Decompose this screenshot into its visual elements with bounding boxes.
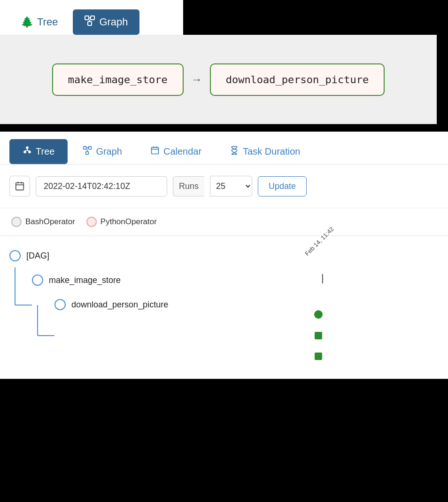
hourglass-icon <box>230 146 239 157</box>
graph-icon <box>84 15 95 29</box>
tree-row-make-image-store: make_image_store <box>9 275 207 286</box>
controls-bar: Runs 25 50 100 Update <box>0 165 448 208</box>
make-image-store-circle[interactable] <box>32 275 43 286</box>
make-image-store-marker <box>315 332 322 339</box>
date-tick-line <box>322 274 323 283</box>
dag-circle[interactable] <box>9 250 21 261</box>
runs-select[interactable]: 25 50 100 <box>210 176 252 196</box>
bottom-graph-tab[interactable]: Graph <box>70 139 135 164</box>
svg-point-8 <box>29 151 31 153</box>
chart-markers <box>207 310 439 360</box>
svg-point-7 <box>24 151 26 153</box>
date-input[interactable] <box>36 176 167 196</box>
svg-rect-1 <box>91 16 94 20</box>
download-person-picture-label: download_person_picture <box>71 300 168 310</box>
make-image-store-label: make_image_store <box>49 275 121 285</box>
bottom-task-duration-tab[interactable]: Task Duration <box>216 139 313 164</box>
top-tree-tab[interactable]: 🌲 Tree <box>9 10 69 34</box>
legend-bar: BashOperator PythonOperator <box>0 208 448 235</box>
svg-rect-0 <box>85 16 89 20</box>
bottom-calendar-tab[interactable]: Calendar <box>137 139 215 164</box>
tree-area: [DAG] make_image_store download_person_p… <box>0 236 448 379</box>
section-separator <box>0 124 448 132</box>
top-tab-bar: 🌲 Tree Graph <box>9 9 174 35</box>
tree-chart-area: Feb 14, 11:42 <box>207 250 439 360</box>
dag-node-make-image-store[interactable]: make_image_store <box>52 63 184 96</box>
make-image-store-square <box>315 332 322 339</box>
bottom-section: Tree Graph <box>0 132 448 379</box>
bash-operator-circle <box>11 217 22 227</box>
download-person-picture-square <box>315 353 322 360</box>
top-graph-tab[interactable]: Graph <box>73 9 139 35</box>
svg-point-5 <box>26 147 29 149</box>
graph-icon-bottom <box>83 146 92 157</box>
graph-area: make_image_store → download_person_pictu… <box>0 35 437 124</box>
svg-line-9 <box>25 150 27 151</box>
bottom-tab-bar: Tree Graph <box>0 132 448 165</box>
calendar-icon-bottom <box>150 146 160 157</box>
tree-labels: [DAG] make_image_store download_person_p… <box>9 250 207 360</box>
svg-rect-11 <box>84 147 86 149</box>
dag-arrow: → <box>191 73 202 86</box>
tree-row-dag: [DAG] <box>9 250 207 261</box>
svg-rect-2 <box>88 22 92 25</box>
svg-rect-12 <box>89 147 92 149</box>
runs-label: Runs <box>173 176 204 196</box>
top-section: 🌲 Tree Graph <box>0 0 183 35</box>
dag-label: [DAG] <box>26 251 49 261</box>
svg-rect-13 <box>86 152 89 155</box>
date-marker-container: Feb 14, 11:42 <box>299 250 346 283</box>
download-person-picture-marker <box>315 353 322 360</box>
svg-rect-20 <box>16 183 24 190</box>
date-picker-icon[interactable] <box>9 176 30 196</box>
python-operator-label: PythonOperator <box>100 217 157 227</box>
svg-line-10 <box>27 150 30 151</box>
svg-rect-16 <box>151 147 158 154</box>
download-person-picture-circle[interactable] <box>54 299 66 310</box>
bash-operator-label: BashOperator <box>25 217 75 227</box>
python-operator-circle <box>86 217 97 227</box>
dag-dot <box>314 310 323 319</box>
bottom-tree-tab[interactable]: Tree <box>9 139 68 164</box>
dag-node-download-person-picture[interactable]: download_person_picture <box>210 63 385 96</box>
tree-icon: 🌲 <box>21 16 33 28</box>
tree-icon-bottom <box>23 146 32 157</box>
update-button[interactable]: Update <box>258 176 307 196</box>
dag-marker <box>314 310 323 319</box>
tree-row-download-person-picture: download_person_picture <box>9 299 207 310</box>
legend-python: PythonOperator <box>86 217 157 227</box>
legend-bash: BashOperator <box>11 217 75 227</box>
